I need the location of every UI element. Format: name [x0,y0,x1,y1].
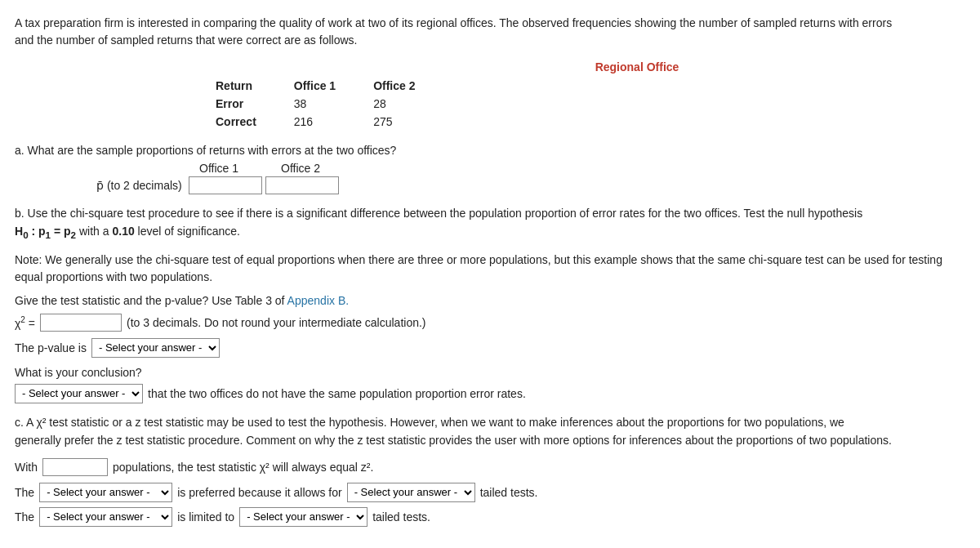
regional-office-title: Regional Office [309,60,965,74]
the1-select1[interactable]: - Select your answer - z test statistic … [39,483,172,502]
with-suffix: populations, the test statistic χ² will … [113,461,373,474]
question-c-text1: c. A χ² test statistic or a z test stati… [15,413,965,431]
intro-line2: and the number of sampled returns that w… [15,33,357,47]
question-a-text: a. What are the sample proportions of re… [15,144,965,157]
row-office2-error: 28 [368,95,448,113]
pbar-office2-input[interactable] [265,176,339,194]
office1-header: Office 1 [178,162,260,175]
with-row: With populations, the test statistic χ² … [15,458,965,476]
p-value-select[interactable]: - Select your answer - less than .005 be… [91,338,220,358]
conclusion-row: - Select your answer - Reject H₀ Do not … [15,384,965,403]
the2-prefix: The [15,510,34,523]
col-office2: Office 2 [368,77,448,95]
the1-middle: is preferred because it allows for [177,486,342,499]
row-office2-correct: 275 [368,113,448,131]
question-b: b. Use the chi-square test procedure to … [15,204,965,243]
note-text: Note: We generally use the chi-square te… [15,252,965,286]
intro-line1: A tax preparation firm is interested in … [15,16,892,29]
pbar-label: p̄ (to 2 decimals) [96,179,182,192]
table-row-correct: Correct 216 275 [211,113,448,131]
the2-select2[interactable]: - Select your answer - one or two only o… [239,507,368,527]
the-row-1: The - Select your answer - z test statis… [15,483,965,502]
the2-suffix: tailed tests. [372,510,430,523]
the2-middle: is limited to [177,510,234,523]
question-b-hypothesis: H0 : p1 = p2 with a 0.10 level of signif… [15,222,965,243]
office2-header: Office 2 [260,162,341,175]
the1-select2[interactable]: - Select your answer - one or two only o… [347,483,475,502]
chi-sq-row: χ2 = (to 3 decimals. Do not round your i… [15,314,965,332]
col-office1: Office 1 [289,77,368,95]
question-a: a. What are the sample proportions of re… [15,144,965,194]
row-label-error: Error [211,95,289,113]
conclusion-suffix: that the two offices do not have the sam… [148,387,526,400]
p-value-row: The p-value is - Select your answer - le… [15,338,965,358]
table-row-error: Error 38 28 [211,95,448,113]
with-input[interactable] [42,458,108,476]
pbar-office1-input[interactable] [189,176,262,194]
note-content: Note: We generally use the chi-square te… [15,253,942,283]
question-b-text1: b. Use the chi-square test procedure to … [15,204,965,222]
chi-sq-note: (to 3 decimals. Do not round your interm… [127,316,426,329]
conclusion-question: What is your conclusion? [15,366,965,379]
give-test-stat-line: Give the test statistic and the p-value?… [15,294,965,307]
chi-sq-input[interactable] [40,314,122,332]
the-row-2: The - Select your answer - z test statis… [15,507,965,527]
row-label-correct: Correct [211,113,289,131]
row-office1-correct: 216 [289,113,368,131]
question-c-text2: generally prefer the z test statistic pr… [15,431,965,449]
row-office1-error: 38 [289,95,368,113]
col-return: Return [211,77,289,95]
the2-select1[interactable]: - Select your answer - z test statistic … [39,507,172,527]
appendix-b-link[interactable]: Appendix B. [287,294,350,307]
regional-office-section: Regional Office Return Office 1 Office 2… [15,60,965,131]
intro-text: A tax preparation firm is interested in … [15,15,965,49]
data-table: Return Office 1 Office 2 Error 38 28 Cor… [211,77,448,131]
p-value-label: The p-value is [15,341,87,354]
the1-prefix: The [15,486,34,499]
question-c: c. A χ² test statistic or a z test stati… [15,413,965,450]
with-label: With [15,461,38,474]
chi-sq-label: χ2 = [15,315,35,330]
the1-suffix: tailed tests. [480,486,538,499]
conclusion-select[interactable]: - Select your answer - Reject H₀ Do not … [15,384,143,403]
